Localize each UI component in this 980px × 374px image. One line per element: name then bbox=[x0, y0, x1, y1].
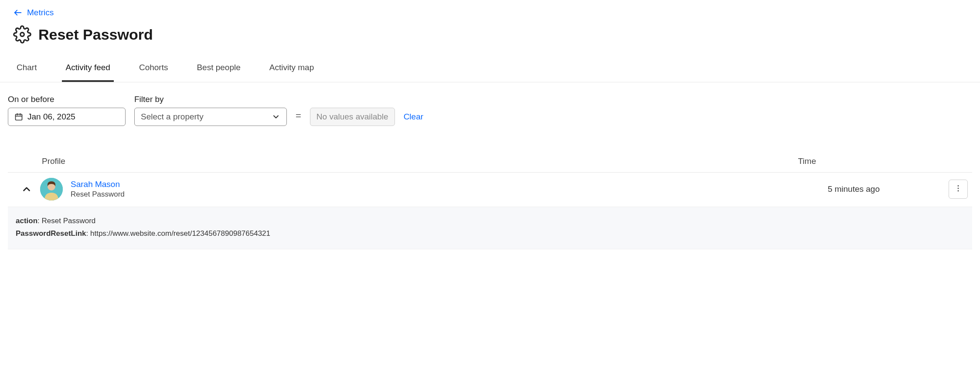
profile-name-link[interactable]: Sarah Mason bbox=[71, 180, 820, 189]
svg-point-8 bbox=[958, 185, 959, 187]
feed-row: Sarah Mason Reset Password 5 minutes ago bbox=[8, 173, 972, 207]
collapse-chevron-icon[interactable] bbox=[21, 184, 32, 195]
date-label: On or before bbox=[8, 95, 126, 104]
tab-cohorts[interactable]: Cohorts bbox=[136, 57, 172, 82]
gear-icon bbox=[13, 25, 31, 44]
tab-chart[interactable]: Chart bbox=[13, 57, 40, 82]
svg-rect-2 bbox=[16, 114, 22, 120]
date-value: Jan 06, 2025 bbox=[27, 112, 75, 122]
filter-by-label: Filter by bbox=[134, 95, 287, 104]
details-panel: action: Reset Password PasswordResetLink… bbox=[8, 207, 972, 249]
filter-by-group: Filter by Select a property bbox=[134, 95, 287, 126]
filters-bar: On or before Jan 06, 2025 Filter by Sele… bbox=[0, 82, 980, 135]
profile-text: Sarah Mason Reset Password bbox=[71, 180, 820, 199]
svg-point-10 bbox=[958, 190, 959, 191]
arrow-left-icon bbox=[13, 8, 23, 17]
feed-header: Profile Time bbox=[8, 152, 972, 173]
filter-date-group: On or before Jan 06, 2025 bbox=[8, 95, 126, 126]
svg-point-9 bbox=[958, 188, 959, 189]
no-values-box: No values available bbox=[310, 108, 395, 126]
row-actions-button[interactable] bbox=[949, 180, 968, 199]
equals-sign: = bbox=[296, 110, 301, 126]
clear-button[interactable]: Clear bbox=[404, 112, 423, 126]
breadcrumb: Metrics bbox=[0, 0, 980, 21]
kebab-icon bbox=[954, 184, 963, 194]
tab-best-people[interactable]: Best people bbox=[193, 57, 244, 82]
detail-key-action: action bbox=[16, 217, 37, 225]
detail-value-action: Reset Password bbox=[42, 217, 96, 225]
detail-value-link: https://www.website.com/reset/1234567890… bbox=[90, 229, 270, 238]
breadcrumb-link-metrics[interactable]: Metrics bbox=[13, 8, 54, 17]
tab-activity-feed[interactable]: Activity feed bbox=[62, 57, 113, 82]
avatar bbox=[40, 178, 63, 201]
col-header-profile: Profile bbox=[42, 156, 65, 166]
detail-row-action: action: Reset Password bbox=[16, 215, 964, 228]
date-input[interactable]: Jan 06, 2025 bbox=[8, 108, 126, 126]
col-header-time: Time bbox=[798, 156, 816, 166]
detail-row-link: PasswordResetLink: https://www.website.c… bbox=[16, 228, 964, 240]
page-title: Reset Password bbox=[38, 26, 153, 43]
svg-point-1 bbox=[20, 33, 24, 37]
select-placeholder: Select a property bbox=[141, 112, 204, 122]
chevron-down-icon bbox=[272, 112, 280, 121]
breadcrumb-label: Metrics bbox=[27, 8, 54, 17]
property-select[interactable]: Select a property bbox=[134, 108, 287, 126]
page-header: Reset Password bbox=[0, 21, 980, 52]
tab-activity-map[interactable]: Activity map bbox=[266, 57, 317, 82]
calendar-icon bbox=[14, 112, 23, 121]
profile-event: Reset Password bbox=[71, 190, 820, 199]
feed-section: Profile Time Sarah Mason Reset Password … bbox=[0, 152, 980, 249]
tabs: Chart Activity feed Cohorts Best people … bbox=[0, 52, 980, 82]
detail-key-link: PasswordResetLink bbox=[16, 229, 86, 238]
time-text: 5 minutes ago bbox=[828, 184, 880, 194]
